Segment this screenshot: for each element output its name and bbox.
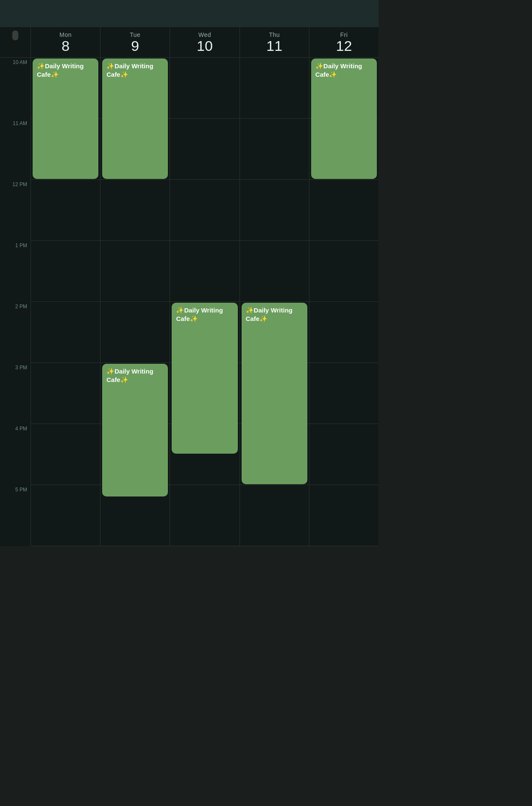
time-label: 12 PM: [12, 181, 27, 187]
day-header-thu[interactable]: Thu 11: [240, 27, 309, 57]
week-number: [12, 31, 18, 40]
day-num: 11: [240, 38, 309, 54]
event-title: ✨Daily Writing Cafe✨: [246, 306, 303, 323]
day-name: Tue: [100, 31, 170, 38]
time-label: 11 AM: [13, 120, 27, 126]
day-col-thu: ✨Daily Writing Cafe✨: [240, 58, 309, 546]
time-label: 2 PM: [15, 304, 27, 310]
hour-row: [100, 241, 170, 302]
hour-row: [309, 241, 379, 302]
hour-row: [170, 58, 239, 119]
event-title: ✨Daily Writing Cafe✨: [37, 62, 94, 78]
hour-row: [100, 180, 170, 241]
event-mon-10am[interactable]: ✨Daily Writing Cafe✨: [33, 59, 98, 179]
time-label: 4 PM: [15, 426, 27, 432]
hour-row: [31, 302, 100, 363]
hour-row: [170, 180, 239, 241]
hour-row: [309, 485, 379, 546]
day-name: Mon: [31, 31, 100, 38]
time-slot: 2 PM: [0, 302, 31, 363]
time-label: 10 AM: [13, 59, 27, 65]
calendar-body: 10 AM11 AM12 PM1 PM2 PM3 PM4 PM5 PM ✨Dai…: [0, 58, 379, 546]
hour-row: [240, 241, 309, 302]
prev-button[interactable]: [12, 12, 19, 15]
day-header-fri[interactable]: Fri 12: [309, 27, 379, 57]
days-grid: ✨Daily Writing Cafe✨✨Daily Writing Cafe✨…: [31, 58, 379, 546]
hour-row: [309, 424, 379, 485]
next-button[interactable]: [24, 12, 31, 15]
day-num: 8: [31, 38, 100, 54]
event-tue-3pm[interactable]: ✨Daily Writing Cafe✨: [102, 364, 168, 496]
time-slot: 11 AM: [0, 119, 31, 180]
time-column: 10 AM11 AM12 PM1 PM2 PM3 PM4 PM5 PM: [0, 58, 31, 546]
hour-row: [100, 302, 170, 363]
hour-row: [309, 180, 379, 241]
event-wed-2pm[interactable]: ✨Daily Writing Cafe✨: [172, 303, 237, 454]
day-col-wed: ✨Daily Writing Cafe✨: [170, 58, 239, 546]
day-col-tue: ✨Daily Writing Cafe✨✨Daily Writing Cafe✨: [100, 58, 170, 546]
day-name: Thu: [240, 31, 309, 38]
day-num: 10: [170, 38, 239, 54]
event-fri-10am[interactable]: ✨Daily Writing Cafe✨: [311, 59, 377, 179]
hour-row: [240, 485, 309, 546]
hour-row: [31, 424, 100, 485]
event-tue-10am[interactable]: ✨Daily Writing Cafe✨: [102, 59, 168, 179]
time-slot: 3 PM: [0, 363, 31, 424]
time-slot: 4 PM: [0, 424, 31, 485]
hour-row: [31, 363, 100, 424]
event-title: ✨Daily Writing Cafe✨: [106, 367, 164, 384]
hour-row: [170, 485, 239, 546]
week-num-cell: [0, 27, 31, 57]
hour-row: [240, 119, 309, 180]
hour-row: [170, 119, 239, 180]
day-header-mon[interactable]: Mon 8: [31, 27, 100, 57]
time-label: 1 PM: [15, 243, 27, 248]
hour-row: [170, 241, 239, 302]
hour-row: [31, 180, 100, 241]
event-thu-2pm[interactable]: ✨Daily Writing Cafe✨: [242, 303, 307, 484]
event-title: ✨Daily Writing Cafe✨: [106, 62, 164, 78]
day-num: 12: [309, 38, 379, 54]
event-title: ✨Daily Writing Cafe✨: [176, 306, 233, 323]
hour-row: [309, 363, 379, 424]
header: [0, 0, 379, 27]
time-slot: 1 PM: [0, 241, 31, 302]
day-header-tue[interactable]: Tue 9: [100, 27, 170, 57]
event-title: ✨Daily Writing Cafe✨: [315, 62, 373, 78]
day-col-mon: ✨Daily Writing Cafe✨: [31, 58, 100, 546]
day-name: Wed: [170, 31, 239, 38]
time-slot: 10 AM: [0, 58, 31, 119]
hour-row: [240, 180, 309, 241]
week-header: Mon 8 Tue 9 Wed 10 Thu 11 Fri 12: [0, 27, 379, 58]
hour-row: [309, 302, 379, 363]
time-slot: 5 PM: [0, 485, 31, 546]
day-col-fri: ✨Daily Writing Cafe✨: [309, 58, 379, 546]
time-label: 5 PM: [15, 487, 27, 493]
day-num: 9: [100, 38, 170, 54]
hour-row: [31, 485, 100, 546]
day-name: Fri: [309, 31, 379, 38]
time-slot: 12 PM: [0, 180, 31, 241]
time-label: 3 PM: [15, 365, 27, 371]
hour-row: [31, 241, 100, 302]
day-header-wed[interactable]: Wed 10: [170, 27, 239, 57]
hour-row: [240, 58, 309, 119]
